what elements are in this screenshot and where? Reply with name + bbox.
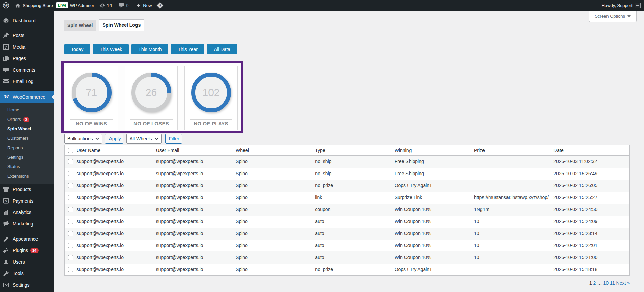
- menu-separator: [0, 26, 54, 30]
- row-checkbox[interactable]: [68, 231, 73, 236]
- menu-separator: [0, 230, 54, 233]
- sidebar-item-woocommerce[interactable]: WWooCommerce: [0, 91, 54, 103]
- sidebar-item-payments[interactable]: $Payments: [0, 195, 54, 207]
- sidebar-item-users[interactable]: Users: [0, 256, 54, 268]
- sidebar-item-media[interactable]: Media: [0, 41, 54, 53]
- appearance-icon: [3, 236, 9, 242]
- cell-prize: 10: [471, 240, 550, 252]
- account-menu-item[interactable]: Howdy, Support: [599, 0, 641, 11]
- sidebar-item-products[interactable]: Products: [0, 184, 54, 195]
- filter-button[interactable]: Filter: [165, 134, 182, 144]
- cell-prize: [471, 168, 550, 180]
- bulk-actions-select[interactable]: Bulk actions: [64, 134, 102, 144]
- all-data-button[interactable]: All Data: [207, 44, 237, 54]
- cell-user-email: support@wpexperts.io: [153, 264, 232, 276]
- cell-user-email: support@wpexperts.io: [153, 216, 232, 228]
- screen-options-button[interactable]: Screen Options: [589, 11, 637, 22]
- row-checkbox[interactable]: [68, 171, 73, 176]
- submenu-item-settings[interactable]: Settings: [0, 153, 54, 162]
- cell-prize: 1Ng1m: [471, 204, 550, 216]
- submenu-item-status[interactable]: Status: [0, 162, 54, 171]
- live-badge: Live: [56, 2, 68, 8]
- sidebar-item-plugins[interactable]: Plugins14: [0, 245, 54, 256]
- updates-menu-item[interactable]: 14: [96, 0, 115, 11]
- sidebar-item-settings[interactable]: Settings: [0, 279, 54, 291]
- page-link-2[interactable]: 2: [593, 280, 596, 286]
- sidebar-item-analytics[interactable]: Analytics: [0, 207, 54, 218]
- cell-winning: Surprize Link: [391, 192, 471, 204]
- this-week-button[interactable]: This Week: [93, 44, 129, 54]
- row-checkbox[interactable]: [68, 207, 73, 212]
- current-page: 1: [589, 280, 592, 286]
- cell-user-email: support@wpexperts.io: [153, 156, 232, 168]
- cell-date: 2025-10-02 15:22:01: [550, 240, 629, 252]
- page-link-11[interactable]: 11: [610, 280, 615, 286]
- stat-card-no-of-loses: 26NO OF LOSES: [125, 66, 178, 130]
- sidebar-item-marketing[interactable]: Marketing: [0, 218, 54, 230]
- admin-bar-right: Howdy, Support: [599, 0, 644, 11]
- new-menu-item[interactable]: New: [133, 0, 155, 11]
- avatar: [635, 3, 641, 8]
- cell-wheel: Spino: [232, 264, 312, 276]
- page-link-10[interactable]: 10: [603, 280, 609, 286]
- posts-icon: [3, 32, 9, 39]
- sidebar-item-appearance[interactable]: Appearance: [0, 233, 54, 245]
- stat-value: 102: [191, 73, 231, 112]
- sidebar-item-email-log[interactable]: Email Log: [0, 76, 54, 87]
- wp-adminer-menu-item[interactable]: WP Adminer: [68, 0, 96, 11]
- sidebar-item-label: Settings: [13, 282, 30, 288]
- wordpress-menu-item[interactable]: W: [0, 0, 12, 11]
- sidebar-item-tools[interactable]: Tools: [0, 268, 54, 279]
- this-year-button[interactable]: This Year: [171, 44, 204, 54]
- users-icon: [3, 259, 9, 265]
- cell-user-name: support@wpexperts.io: [73, 251, 153, 264]
- cell-date: 2025-10-02 15:21:00: [550, 251, 629, 264]
- cell-winning: Win Coupon 10%: [391, 204, 471, 216]
- count-badge: 3: [23, 117, 29, 122]
- row-checkbox[interactable]: [68, 243, 73, 248]
- row-checkbox[interactable]: [68, 267, 73, 272]
- select-all-checkbox[interactable]: [68, 148, 73, 153]
- table-row: support@wpexperts.iosupport@wpexperts.io…: [65, 192, 630, 204]
- submenu-item-orders[interactable]: Orders3: [0, 115, 54, 124]
- submenu-item-customers[interactable]: Customers: [0, 134, 54, 143]
- today-button[interactable]: Today: [64, 44, 90, 54]
- cell-winning: Oops ! Try Again1: [391, 264, 471, 276]
- row-checkbox[interactable]: [68, 255, 73, 260]
- plus-icon: [136, 3, 141, 8]
- cell-user-name: support@wpexperts.io: [73, 204, 153, 216]
- site-name-menu-item[interactable]: Shopping Store: [12, 0, 55, 11]
- comments-menu-item[interactable]: 0: [115, 0, 132, 11]
- stat-value: 26: [131, 73, 171, 112]
- apply-button[interactable]: Apply: [105, 134, 123, 144]
- submenu-item-home[interactable]: Home: [0, 105, 54, 115]
- page-link-next-[interactable]: Next »: [616, 280, 630, 286]
- sidebar-item-comments[interactable]: Comments: [0, 64, 54, 76]
- column-header-user-email: User Email: [153, 145, 232, 156]
- submenu-item-reports[interactable]: Reports: [0, 143, 54, 153]
- row-checkbox[interactable]: [68, 183, 73, 188]
- sidebar-item-posts[interactable]: Posts: [0, 30, 54, 41]
- nav-tabs: Spin WheelSpin Wheel Logs: [64, 19, 643, 31]
- this-month-button[interactable]: This Month: [131, 44, 168, 54]
- sidebar-item-label: Media: [13, 44, 25, 50]
- tab-spin-wheel-logs[interactable]: Spin Wheel Logs: [99, 19, 144, 31]
- cell-user-email: support@wpexperts.io: [153, 192, 232, 204]
- stat-label: NO OF PLAYS: [194, 121, 228, 126]
- admin-sidebar: DashboardPostsMediaPagesCommentsEmail Lo…: [0, 11, 54, 292]
- sidebar-item-dashboard[interactable]: Dashboard: [0, 15, 54, 26]
- row-checkbox[interactable]: [68, 195, 73, 200]
- row-checkbox[interactable]: [68, 219, 73, 224]
- row-checkbox[interactable]: [68, 159, 73, 164]
- submenu-item-spin-wheel[interactable]: Spin Wheel: [0, 124, 54, 134]
- spin-wheel-adminbar-item[interactable]: S: [155, 0, 165, 11]
- cell-type: no_prize: [312, 264, 391, 276]
- all-wheels-select[interactable]: All Wheels: [126, 134, 161, 144]
- new-label: New: [143, 3, 152, 8]
- woocommerce-submenu: HomeOrders3Spin WheelCustomersReportsSet…: [0, 103, 54, 184]
- tab-spin-wheel[interactable]: Spin Wheel: [64, 20, 96, 31]
- cell-wheel: Spino: [232, 216, 312, 228]
- sidebar-item-pages[interactable]: Pages: [0, 53, 54, 64]
- sidebar-item-label: Dashboard: [13, 18, 36, 23]
- submenu-item-extensions[interactable]: Extensions: [0, 171, 54, 181]
